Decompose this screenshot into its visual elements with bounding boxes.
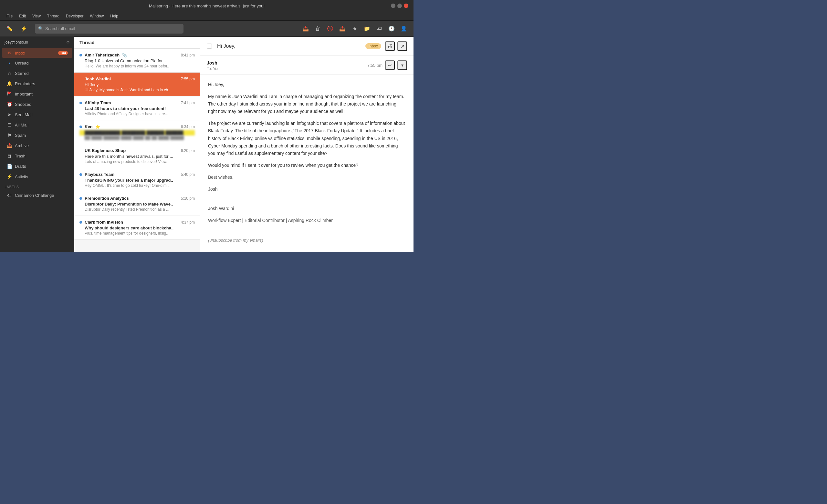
sig-name: Josh — [208, 185, 406, 193]
email-item-4[interactable]: UK Eaglemoss Shop 6:20 pm Here are this … — [74, 144, 200, 168]
archive-icon: 📥 — [302, 25, 309, 32]
inbox-label-badge: Inbox — [366, 43, 381, 49]
inbox-badge: 144 — [58, 51, 68, 55]
email-preview-0: Hello, We are happy to inform you 24 hou… — [80, 64, 195, 68]
title-bar: Mailspring · Here are this month's newes… — [0, 0, 414, 12]
unread-indicator-2 — [80, 102, 82, 104]
close-button[interactable] — [404, 4, 408, 8]
email-subject-7: Why should designers care about blockcha… — [80, 226, 195, 230]
sidebar-item-reminders[interactable]: 🔔 Reminders — [2, 79, 72, 89]
star-icon-3: ⭐ — [95, 124, 100, 129]
sidebar-item-label-archive: Archive — [15, 143, 29, 148]
email-sender-1: Josh Wardini — [85, 76, 111, 81]
account-settings-icon[interactable]: ⚙ — [66, 40, 70, 45]
body-paragraph-3: Would you mind if I sent it over for you… — [208, 162, 406, 169]
sidebar-item-important[interactable]: 🚩 Important — [2, 89, 72, 99]
toolbar: ✏️ ⚡ 🔍 📥 🗑 🚫 📤 ★ 📁 🏷 🕐 — [0, 21, 414, 37]
email-item-7[interactable]: Clark from InVision 4:37 pm Why should d… — [74, 216, 200, 240]
email-item-6[interactable]: Premonition Analytics 5:10 pm Disruptor … — [74, 192, 200, 216]
more-actions-button[interactable]: ▾ — [397, 60, 407, 70]
sidebar-item-label-reminders: Reminders — [15, 81, 35, 86]
email-subject-5: ThanksGIVING your stories a major upgrad… — [80, 178, 195, 183]
sidebar-item-inbox[interactable]: ✉ Inbox 144 — [2, 48, 72, 58]
drafts-icon: 📄 — [6, 164, 12, 169]
sidebar-item-label-drafts: Drafts — [15, 164, 26, 169]
sidebar-item-label-snoozed: Snoozed — [15, 102, 31, 107]
person-toolbar-button[interactable]: 👤 — [398, 23, 409, 35]
snoozed-icon: ⏰ — [6, 102, 12, 107]
star-toolbar-button[interactable]: ★ — [349, 23, 360, 35]
archive-toolbar-button[interactable]: 📥 — [300, 23, 311, 35]
sidebar-item-drafts[interactable]: 📄 Drafts — [2, 161, 72, 171]
email-to: To: You — [207, 66, 220, 71]
clock-toolbar-button[interactable]: 🕐 — [386, 23, 397, 35]
popout-button[interactable]: ↗ — [397, 41, 407, 51]
email-item-3[interactable]: Ken ⭐ 6:34 pm ████████████ ████████ ████… — [74, 120, 200, 144]
lightning-icon: ⚡ — [21, 25, 27, 32]
sidebar-item-starred[interactable]: ☆ Starred — [2, 68, 72, 78]
select-email-checkbox[interactable] — [207, 44, 212, 49]
folder-toolbar-button[interactable]: 📁 — [361, 23, 373, 35]
starred-icon: ☆ — [6, 71, 12, 76]
unsubscribe-link[interactable]: (unsubscribe from my emails) — [200, 235, 414, 248]
unread-indicator-4 — [80, 150, 82, 152]
sidebar-item-cinnamon-challenge[interactable]: 🏷 Cinnamon Challenge — [2, 190, 72, 200]
email-sender-3: Ken — [85, 124, 93, 129]
menu-view[interactable]: View — [30, 13, 43, 19]
clock-icon: 🕐 — [388, 25, 395, 32]
window-controls — [391, 4, 408, 8]
menu-edit[interactable]: Edit — [16, 13, 29, 19]
email-preview-4: Lots of amazing new products to discover… — [80, 159, 195, 164]
move-toolbar-button[interactable]: 📤 — [337, 23, 348, 35]
sidebar-item-label-important: Important — [15, 92, 33, 97]
email-sender-2: Affinity Team — [85, 100, 111, 105]
email-preview-1: Hi Joey, My name is Josh Wardini and I a… — [80, 88, 195, 92]
trash-toolbar-button[interactable]: 🗑 — [312, 23, 324, 35]
sidebar-item-all-mail[interactable]: ☰ All Mail — [2, 120, 72, 130]
email-time-0: 8:41 pm — [181, 53, 195, 57]
body-paragraph-2: The project we are currently launching i… — [208, 120, 406, 157]
sidebar-item-snoozed[interactable]: ⏰ Snoozed — [2, 99, 72, 109]
compose-button[interactable]: ✏️ — [4, 23, 15, 35]
reply-button[interactable]: ↩ — [385, 60, 395, 70]
email-preview-2: Affinity Photo and Affinity Designer hav… — [80, 112, 195, 116]
print-button[interactable]: 🖨 — [385, 41, 395, 51]
spam-toolbar-button[interactable]: 🚫 — [324, 23, 336, 35]
reminders-icon: 🔔 — [6, 81, 12, 86]
sig-full-name: Josh Wardini — [208, 205, 406, 212]
email-item-0[interactable]: Amir Taherizadeh 📎 8:41 pm Ring 1.0 Univ… — [74, 49, 200, 73]
sidebar-item-spam[interactable]: ⚑ Spam — [2, 130, 72, 140]
email-item-5[interactable]: Playbuzz Team 5:40 pm ThanksGIVING your … — [74, 168, 200, 192]
menu-help[interactable]: Help — [108, 13, 121, 19]
sidebar-item-archive[interactable]: 📥 Archive — [2, 141, 72, 150]
email-time-3: 6:34 pm — [181, 124, 195, 129]
sidebar-item-label-activity: Activity — [15, 174, 28, 179]
minimize-button[interactable] — [391, 4, 395, 8]
tag-toolbar-button[interactable]: 🏷 — [374, 23, 385, 35]
star-icon: ★ — [352, 25, 357, 32]
sidebar-item-unread[interactable]: ● Unread — [2, 58, 72, 68]
email-item-2[interactable]: Affinity Team 7:41 pm Last 48 hours to c… — [74, 97, 200, 120]
sidebar-item-activity[interactable]: ⚡ Activity — [2, 172, 72, 181]
menu-window[interactable]: Window — [88, 13, 107, 19]
important-icon: 🚩 — [6, 91, 12, 97]
trash-icon: 🗑 — [6, 153, 12, 158]
email-signature: Best wishes, Josh Josh Wardini Workflow … — [208, 174, 406, 224]
email-detail-time: 7:55 pm — [367, 63, 383, 68]
inbox-icon: ✉ — [6, 50, 12, 56]
sidebar-item-sent[interactable]: ➤ Sent Mail — [2, 110, 72, 119]
menu-thread[interactable]: Thread — [45, 13, 62, 19]
maximize-button[interactable] — [397, 4, 402, 8]
lightning-button[interactable]: ⚡ — [18, 23, 30, 35]
search-input[interactable] — [45, 26, 180, 31]
reply-bar[interactable]: ↩ Write a reply... — [200, 248, 414, 252]
menu-file[interactable]: File — [4, 13, 15, 19]
activity-icon: ⚡ — [6, 174, 12, 179]
compose-icon: ✏️ — [6, 25, 13, 32]
sidebar-item-trash[interactable]: 🗑 Trash — [2, 151, 72, 161]
email-item-1[interactable]: Josh Wardini 7:55 pm Hi Joey, Hi Joey, M… — [74, 73, 200, 97]
menu-developer[interactable]: Developer — [63, 13, 86, 19]
email-subject-2: Last 48 hours to claim your free content… — [80, 106, 195, 111]
thread-tab[interactable]: Thread — [80, 40, 95, 45]
email-sender-0: Amir Taherizadeh — [85, 53, 119, 57]
